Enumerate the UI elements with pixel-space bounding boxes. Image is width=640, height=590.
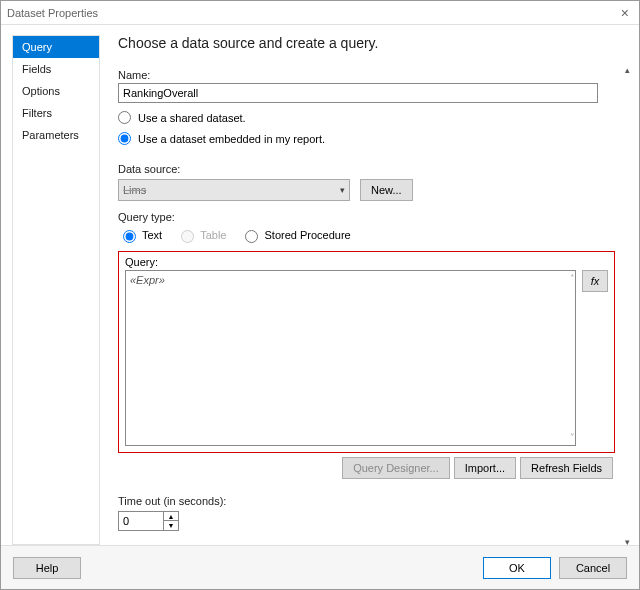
- radio-embedded-row[interactable]: Use a dataset embedded in my report.: [118, 132, 615, 145]
- ok-button[interactable]: OK: [483, 557, 551, 579]
- spinner-up-icon[interactable]: ▲: [164, 512, 178, 521]
- timeout-spinner[interactable]: ▲ ▼: [164, 511, 179, 531]
- qtype-table-radio: [181, 230, 194, 243]
- qtype-sp-label: Stored Procedure: [264, 229, 350, 241]
- timeout-input[interactable]: [118, 511, 164, 531]
- timeout-row: ▲ ▼: [118, 511, 615, 531]
- window-title: Dataset Properties: [7, 7, 98, 19]
- radio-shared-label: Use a shared dataset.: [138, 112, 246, 124]
- query-highlight-box: Query: «Expr» ˄ ˅ fx: [118, 251, 615, 453]
- help-button[interactable]: Help: [13, 557, 81, 579]
- name-input[interactable]: [118, 83, 598, 103]
- timeout-label: Time out (in seconds):: [118, 495, 615, 507]
- radio-shared[interactable]: [118, 111, 131, 124]
- sidebar-item-fields[interactable]: Fields: [13, 58, 99, 80]
- qtype-table-row: Table: [176, 227, 226, 243]
- sidebar: Query Fields Options Filters Parameters: [12, 35, 100, 545]
- sidebar-item-query[interactable]: Query: [13, 36, 99, 58]
- chevron-down-icon: ▾: [340, 185, 345, 195]
- qtype-text-label: Text: [142, 229, 162, 241]
- qtype-sp-radio[interactable]: [245, 230, 258, 243]
- footer: Help OK Cancel: [1, 545, 639, 589]
- qtype-sp-row[interactable]: Stored Procedure: [240, 227, 350, 243]
- titlebar: Dataset Properties ×: [1, 1, 639, 25]
- resize-up-icon: ˄: [569, 274, 573, 283]
- sidebar-item-filters[interactable]: Filters: [13, 102, 99, 124]
- content: Query Fields Options Filters Parameters …: [1, 25, 639, 545]
- sidebar-item-parameters[interactable]: Parameters: [13, 124, 99, 146]
- expression-button[interactable]: fx: [582, 270, 608, 292]
- query-buttons: Query Designer... Import... Refresh Fiel…: [118, 457, 613, 479]
- scroll-down-icon[interactable]: ▾: [625, 537, 630, 545]
- sidebar-item-options[interactable]: Options: [13, 80, 99, 102]
- sidebar-item-label: Parameters: [22, 129, 79, 141]
- spinner-down-icon[interactable]: ▼: [164, 521, 178, 530]
- radio-embedded[interactable]: [118, 132, 131, 145]
- qtype-text-radio[interactable]: [123, 230, 136, 243]
- import-button[interactable]: Import...: [454, 457, 516, 479]
- main-panel: ▴ ▾ Choose a data source and create a qu…: [118, 35, 627, 545]
- sidebar-item-label: Filters: [22, 107, 52, 119]
- datasource-label: Data source:: [118, 163, 615, 175]
- datasource-row: Lims ▾ New...: [118, 179, 615, 201]
- sidebar-item-label: Query: [22, 41, 52, 53]
- querytype-row: Text Table Stored Procedure: [118, 227, 615, 243]
- radio-shared-row[interactable]: Use a shared dataset.: [118, 111, 615, 124]
- query-label: Query:: [125, 256, 608, 268]
- sidebar-item-label: Options: [22, 85, 60, 97]
- querytype-label: Query type:: [118, 211, 615, 223]
- query-value: «Expr»: [130, 274, 165, 286]
- fx-icon: fx: [591, 275, 600, 287]
- sidebar-item-label: Fields: [22, 63, 51, 75]
- scroll-up-icon[interactable]: ▴: [625, 65, 630, 75]
- page-heading: Choose a data source and create a query.: [118, 35, 615, 51]
- qtype-table-label: Table: [200, 229, 226, 241]
- datasource-value: Lims: [123, 184, 146, 196]
- query-textarea[interactable]: «Expr» ˄ ˅: [125, 270, 576, 446]
- resize-down-icon: ˅: [569, 433, 573, 442]
- qtype-text-row[interactable]: Text: [118, 227, 162, 243]
- new-datasource-button[interactable]: New...: [360, 179, 413, 201]
- name-label: Name:: [118, 69, 615, 81]
- query-designer-button: Query Designer...: [342, 457, 450, 479]
- refresh-fields-button[interactable]: Refresh Fields: [520, 457, 613, 479]
- close-icon[interactable]: ×: [617, 5, 633, 21]
- datasource-select[interactable]: Lims ▾: [118, 179, 350, 201]
- cancel-button[interactable]: Cancel: [559, 557, 627, 579]
- radio-embedded-label: Use a dataset embedded in my report.: [138, 133, 325, 145]
